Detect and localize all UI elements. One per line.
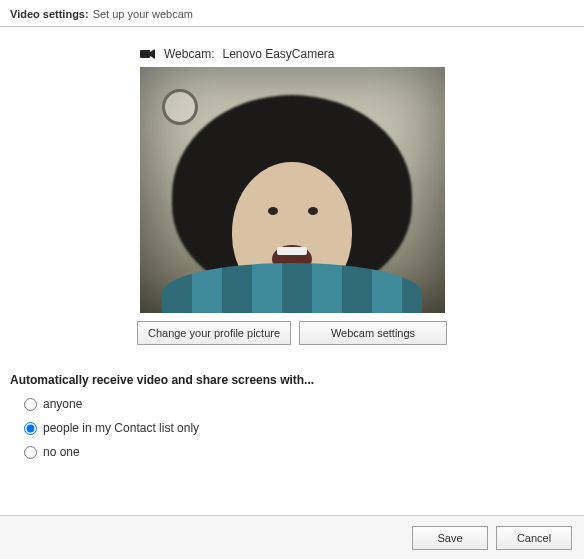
radio-input-anyone[interactable] bbox=[24, 398, 37, 411]
webcam-settings-button[interactable]: Webcam settings bbox=[299, 321, 447, 345]
webcam-preview-container bbox=[10, 67, 574, 313]
dialog-footer: Save Cancel bbox=[0, 515, 584, 559]
preview-button-row: Change your profile picture Webcam setti… bbox=[10, 321, 574, 345]
header-title-bold: Video settings: bbox=[10, 8, 89, 20]
sharing-radio-group: anyone people in my Contact list only no… bbox=[10, 397, 574, 459]
sharing-heading: Automatically receive video and share sc… bbox=[10, 373, 574, 387]
radio-label-noone: no one bbox=[43, 445, 80, 459]
radio-option-anyone[interactable]: anyone bbox=[24, 397, 574, 411]
content-area: Webcam: Lenovo EasyCamera Change your pr… bbox=[0, 27, 584, 479]
webcam-icon bbox=[140, 49, 156, 59]
svg-rect-0 bbox=[140, 50, 150, 58]
cancel-button[interactable]: Cancel bbox=[496, 526, 572, 550]
change-profile-picture-button[interactable]: Change your profile picture bbox=[137, 321, 291, 345]
webcam-preview bbox=[140, 67, 445, 313]
radio-option-noone[interactable]: no one bbox=[24, 445, 574, 459]
radio-label-anyone: anyone bbox=[43, 397, 82, 411]
save-button[interactable]: Save bbox=[412, 526, 488, 550]
header-title-sub: Set up your webcam bbox=[93, 8, 193, 20]
webcam-label-row: Webcam: Lenovo EasyCamera bbox=[140, 47, 574, 61]
webcam-static-label: Webcam: bbox=[164, 47, 214, 61]
webcam-name: Lenovo EasyCamera bbox=[222, 47, 334, 61]
radio-label-contacts: people in my Contact list only bbox=[43, 421, 199, 435]
radio-input-noone[interactable] bbox=[24, 446, 37, 459]
radio-input-contacts[interactable] bbox=[24, 422, 37, 435]
panel-header: Video settings:Set up your webcam bbox=[0, 0, 584, 27]
radio-option-contacts[interactable]: people in my Contact list only bbox=[24, 421, 574, 435]
